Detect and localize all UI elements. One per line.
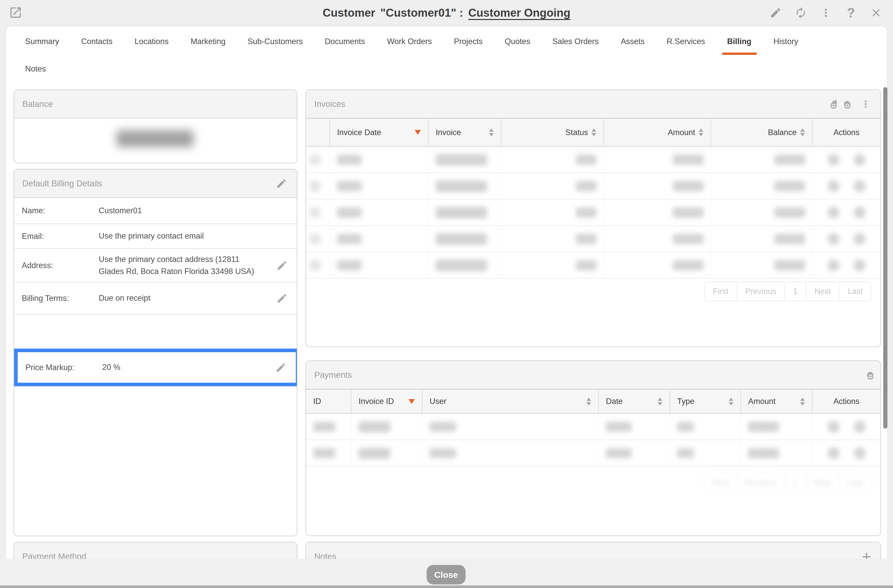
table-row[interactable] <box>306 199 881 226</box>
redacted-action-icon[interactable] <box>828 207 839 218</box>
detail-value: 20 % <box>102 361 120 373</box>
help-button[interactable]: ? <box>844 6 858 20</box>
table-row[interactable] <box>306 414 881 440</box>
table-row[interactable] <box>306 226 881 252</box>
tab-label: Contacts <box>81 37 113 46</box>
pagination-last[interactable]: Last <box>839 282 871 301</box>
column-header-amount[interactable]: Amount <box>604 119 711 146</box>
payments-card: Payments $+ IDInvoice IDUserDateTypeAmou… <box>305 360 881 536</box>
pagination-first[interactable]: First <box>705 282 737 301</box>
pagination-1[interactable]: 1 <box>784 474 806 492</box>
sort-icon <box>729 397 733 406</box>
tab-label: Work Orders <box>387 37 432 46</box>
add-payment-button[interactable]: $+ <box>846 102 848 106</box>
vertical-scrollbar[interactable] <box>883 87 887 429</box>
redacted-action-icon[interactable] <box>828 180 839 192</box>
add-invoice-icon: + <box>832 101 834 107</box>
cell-date <box>330 199 428 225</box>
redacted-action-icon[interactable] <box>854 207 866 218</box>
pagination-last[interactable]: Last <box>839 474 871 492</box>
cell-check <box>306 173 330 199</box>
tab-summary[interactable]: Summary <box>20 26 64 57</box>
redacted-cell <box>436 233 487 245</box>
table-row[interactable] <box>306 173 881 199</box>
pagination-first[interactable]: First <box>705 474 737 492</box>
edit-billing-terms-button[interactable] <box>276 292 288 304</box>
pagination-previous[interactable]: Previous <box>737 474 785 492</box>
sort-icon <box>800 128 805 136</box>
customer-ongoing-link[interactable]: Customer Ongoing <box>468 6 570 19</box>
pencil-icon <box>276 178 287 189</box>
invoices-more-options-button[interactable] <box>860 98 871 110</box>
tab-quotes[interactable]: Quotes <box>499 26 535 57</box>
add-payment-button[interactable]: $+ <box>869 373 871 377</box>
redacted-action-icon[interactable] <box>828 447 839 459</box>
redacted-cell <box>313 422 335 432</box>
redacted-action-icon[interactable] <box>828 233 839 245</box>
edit-address-button[interactable] <box>276 260 288 271</box>
edit-billing-details-button[interactable] <box>276 177 287 189</box>
tab-billing[interactable]: Billing <box>722 26 757 57</box>
pagination-next[interactable]: Next <box>806 474 839 492</box>
refresh-button[interactable] <box>794 6 807 20</box>
tab-marketing[interactable]: Marketing <box>186 26 231 57</box>
cell-actions <box>812 147 881 173</box>
redacted-action-icon[interactable] <box>854 180 866 192</box>
pagination-previous[interactable]: Previous <box>737 282 785 301</box>
tab-locations[interactable]: Locations <box>129 26 174 57</box>
cell-balance <box>711 199 812 225</box>
redacted-action-icon[interactable] <box>828 259 839 271</box>
redacted-action-icon[interactable] <box>854 233 866 245</box>
tab-sub-customers[interactable]: Sub-Customers <box>242 26 308 57</box>
tab-notes[interactable]: Notes <box>20 57 51 81</box>
cell-amount <box>741 440 812 466</box>
cell-amount <box>604 226 711 252</box>
detail-label: Billing Terms: <box>22 294 99 303</box>
column-header-balance[interactable]: Balance <box>711 119 812 146</box>
tab-history[interactable]: History <box>768 26 803 57</box>
close-modal-button[interactable] <box>869 6 883 20</box>
tab-contacts[interactable]: Contacts <box>76 26 118 57</box>
tab-assets[interactable]: Assets <box>616 26 650 57</box>
redacted-action-icon[interactable] <box>854 154 866 165</box>
tab-documents[interactable]: Documents <box>320 26 370 57</box>
redacted-action-icon[interactable] <box>854 259 866 271</box>
table-row[interactable] <box>306 147 881 173</box>
edit-price-markup-button[interactable] <box>275 362 287 373</box>
detail-label: Price Markup: <box>26 363 102 372</box>
redacted-cell <box>310 155 320 165</box>
column-header-invoice[interactable]: Invoice <box>428 119 501 146</box>
cell-balance <box>711 252 812 278</box>
tab-label: History <box>774 37 798 46</box>
pagination-next[interactable]: Next <box>806 282 839 301</box>
redacted-cell <box>430 422 456 432</box>
column-header-invoice-date[interactable]: Invoice Date <box>330 119 428 146</box>
close-button[interactable]: Close <box>427 565 466 584</box>
detail-row-name: Name:Customer01 <box>14 198 297 224</box>
table-row[interactable] <box>306 252 881 279</box>
column-label: Amount <box>668 128 695 137</box>
column-header-type[interactable]: Type <box>670 389 741 413</box>
column-header-user[interactable]: User <box>422 389 599 413</box>
column-header-invoice-id[interactable]: Invoice ID <box>352 389 422 413</box>
detail-label: Name: <box>22 206 99 215</box>
redacted-action-icon[interactable] <box>854 421 866 433</box>
cell-actions <box>812 252 881 278</box>
redacted-action-icon[interactable] <box>828 154 839 165</box>
column-header-date[interactable]: Date <box>599 389 670 413</box>
more-options-button[interactable] <box>819 6 833 20</box>
tab-work-orders[interactable]: Work Orders <box>382 26 437 57</box>
tab-projects[interactable]: Projects <box>449 26 488 57</box>
redacted-action-icon[interactable] <box>828 421 839 433</box>
tab-r-services[interactable]: R.Services <box>661 26 710 57</box>
table-row[interactable] <box>306 440 881 466</box>
edit-button[interactable] <box>769 6 782 20</box>
tab-sales-orders[interactable]: Sales Orders <box>547 26 604 57</box>
pagination-1[interactable]: 1 <box>784 282 806 301</box>
cell-actions <box>812 173 881 199</box>
add-invoice-button[interactable]: + <box>832 102 834 106</box>
column-header-status[interactable]: Status <box>501 119 604 146</box>
column-header-amount[interactable]: Amount <box>741 389 812 413</box>
sort-icon <box>489 128 494 136</box>
redacted-action-icon[interactable] <box>854 447 866 459</box>
